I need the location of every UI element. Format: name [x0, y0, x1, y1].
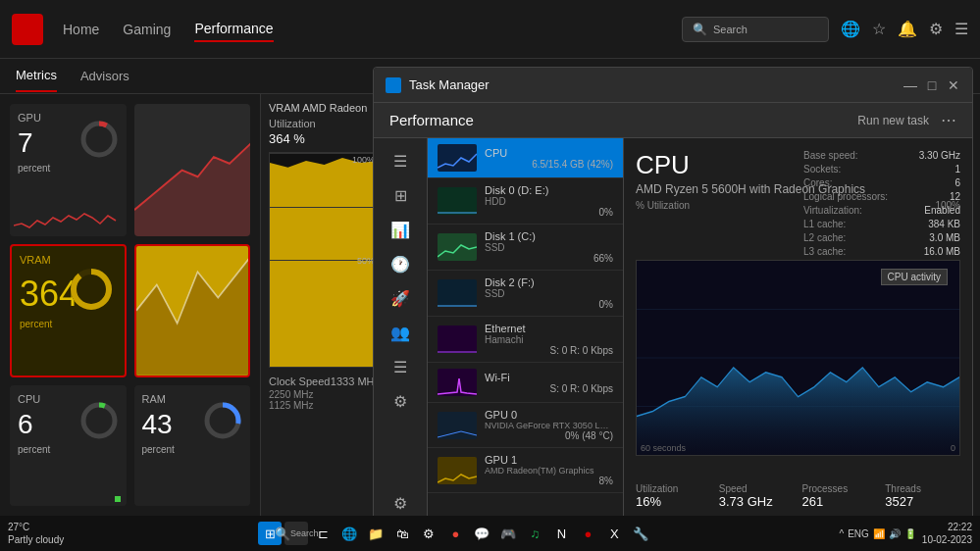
vram-unit: percent [20, 319, 117, 329]
sockets-val: 1 [954, 164, 960, 175]
svg-marker-3 [134, 144, 251, 237]
disk1-sub: SSD [485, 242, 613, 253]
sub-nav-advisors[interactable]: Advisors [80, 61, 129, 91]
gpu0-mini-graph [438, 412, 477, 439]
disk0-mini-sparkline [438, 187, 477, 215]
tm-run-btn[interactable]: Run new task [857, 114, 929, 127]
sub-nav-metrics[interactable]: Metrics [16, 60, 57, 92]
tm-hamburger-icon[interactable]: ☰ [381, 146, 420, 176]
vram-gauge-icon [68, 266, 115, 313]
disk1-mini-graph [438, 233, 477, 261]
tray-arrow[interactable]: ^ [839, 528, 844, 539]
chrome-icon[interactable]: ● [443, 522, 467, 545]
maximize-button[interactable]: □ [925, 78, 939, 92]
taskview-button[interactable]: ⊏ [311, 522, 335, 545]
gpu1-name: GPU 1 [485, 454, 613, 466]
vram-card[interactable]: VRAM 364 percent [10, 244, 127, 376]
graph-100pct: 100% [352, 155, 375, 165]
graph-x-left: 60 seconds [641, 443, 686, 453]
gpu-card[interactable]: GPU 7 percent [10, 104, 127, 236]
tm-startup-icon[interactable]: 🚀 [381, 283, 420, 314]
spotify-icon[interactable]: ♫ [523, 522, 546, 545]
center-util-label: Utilization [269, 118, 380, 129]
search-placeholder: Search [713, 24, 748, 35]
menu-icon[interactable]: ☰ [954, 20, 968, 38]
cpu-resource-name: CPU [485, 147, 613, 159]
ram-card[interactable]: RAM 43 percent [134, 385, 251, 506]
ethernet-sub: Hamachi [485, 334, 613, 345]
star-icon[interactable]: ☆ [872, 20, 886, 38]
nav-home[interactable]: Home [63, 18, 99, 41]
tm-resource-gpu0[interactable]: GPU 0 NVIDIA GeForce RTX 3050 Laptop GPU… [428, 403, 623, 448]
top-nav: Home Gaming Performance 🔍 Search 🌐 ☆ 🔔 ⚙… [0, 0, 980, 59]
tm-resource-disk1[interactable]: Disk 1 (C:) SSD 66% [428, 225, 623, 271]
taskbar-center: ⊞ 🔍 Search ⊏ 🌐 📁 🛍 ⚙ ● 💬 🎮 ♫ N ● X 🔧 [72, 522, 839, 545]
tm-services-icon[interactable]: ⚙ [381, 386, 420, 417]
nav-gaming[interactable]: Gaming [123, 18, 171, 41]
taskbar-weather: 27°C Partly cloudy [8, 521, 64, 546]
disk0-value: 0% [485, 207, 613, 218]
close-button[interactable]: ✕ [947, 78, 960, 92]
speaker-icon[interactable]: 🔊 [889, 528, 901, 539]
disk2-mini-graph [438, 279, 477, 307]
disk1-resource-info: Disk 1 (C:) SSD 66% [485, 230, 613, 264]
whatsapp-icon[interactable]: 💬 [470, 522, 493, 545]
edge-icon[interactable]: 🌐 [337, 522, 361, 545]
tm-resource-disk0[interactable]: Disk 0 (D: E:) HDD 0% [428, 178, 623, 225]
tm-resource-disk2[interactable]: Disk 2 (F:) SSD 0% [428, 271, 623, 317]
tm-resource-wifi[interactable]: Wi-Fi S: 0 R: 0 Kbps [428, 363, 623, 403]
weather-temp: 27°C [8, 521, 64, 533]
tm-processes-icon[interactable]: ⊞ [381, 180, 420, 211]
l3-cache-label: L3 cache: [803, 246, 846, 257]
vram-area-graph [136, 246, 249, 375]
l2-cache-row: L2 cache: 3.0 MB [803, 232, 960, 243]
discord-icon[interactable]: 🎮 [496, 522, 520, 545]
app8-icon[interactable]: N [549, 522, 573, 545]
cpu-card[interactable]: CPU 6 percent [10, 385, 127, 506]
logical-proc-label: Logical processors: [803, 191, 888, 202]
minimize-button[interactable]: — [903, 78, 917, 92]
tm-details-icon[interactable]: ☰ [381, 352, 420, 382]
nav-performance[interactable]: Performance [194, 17, 273, 42]
tm-resource-ethernet[interactable]: Ethernet Hamachi S: 0 R: 0 Kbps [428, 317, 623, 363]
search-box[interactable]: 🔍 Search [682, 17, 829, 42]
search-button[interactable]: 🔍 Search [284, 522, 308, 545]
tm-app-icon [386, 77, 401, 93]
graph-x-right: 0 [951, 443, 955, 453]
tm-history-icon[interactable]: 🕐 [381, 249, 420, 279]
bar2-label: 1125 MHz [269, 400, 380, 411]
globe-icon[interactable]: 🌐 [841, 20, 860, 38]
l3-cache-row: L3 cache: 16.0 MB [803, 246, 960, 257]
tm-more-options[interactable]: ⋯ [941, 111, 956, 129]
gear-icon[interactable]: ⚙ [929, 20, 943, 38]
disk1-name: Disk 1 (C:) [485, 230, 613, 242]
app9-icon[interactable]: ● [576, 522, 599, 545]
tm-users-icon[interactable]: 👥 [381, 318, 420, 348]
tm-resource-gpu1[interactable]: GPU 1 AMD Radeon(TM) Graphics 8% [428, 448, 623, 493]
stat-utilization: Utilization 16% [636, 483, 711, 509]
ethernet-name: Ethernet [485, 323, 613, 334]
tm-resource-cpu[interactable]: CPU 6.5/15.4 GB (42%) [428, 138, 623, 178]
wifi-name: Wi-Fi [485, 372, 613, 383]
settings-icon[interactable]: ⚙ [417, 522, 440, 545]
explorer-icon[interactable]: 📁 [364, 522, 387, 545]
nav-items: Home Gaming Performance [63, 17, 682, 42]
battery-icon[interactable]: 🔋 [904, 528, 916, 539]
tm-sub-header: Performance Run new task ⋯ [374, 103, 972, 138]
gpu0-value: 0% (48 °C) [485, 430, 613, 441]
tm-settings-icon[interactable]: ⚙ [381, 488, 420, 519]
store-icon[interactable]: 🛍 [390, 522, 414, 545]
weather-desc: Partly cloudy [8, 533, 64, 546]
app11-icon[interactable]: 🔧 [629, 522, 652, 545]
cpu-gauge-icon [77, 399, 121, 442]
wifi-tray-icon[interactable]: 📶 [873, 528, 885, 539]
amd-logo [12, 14, 43, 45]
ethernet-mini-sparkline [438, 326, 477, 353]
tm-body: ☰ ⊞ 📊 🕐 🚀 👥 ☰ ⚙ ⚙ CPU 6.5/15 [374, 138, 972, 526]
tm-title: Task Manager [409, 77, 903, 92]
app10-icon[interactable]: X [602, 522, 626, 545]
tm-performance-icon[interactable]: 📊 [381, 215, 420, 245]
gpu-area-graph [134, 104, 251, 236]
tm-title-bar: Task Manager — □ ✕ [374, 68, 972, 103]
bell-icon[interactable]: 🔔 [898, 20, 917, 38]
